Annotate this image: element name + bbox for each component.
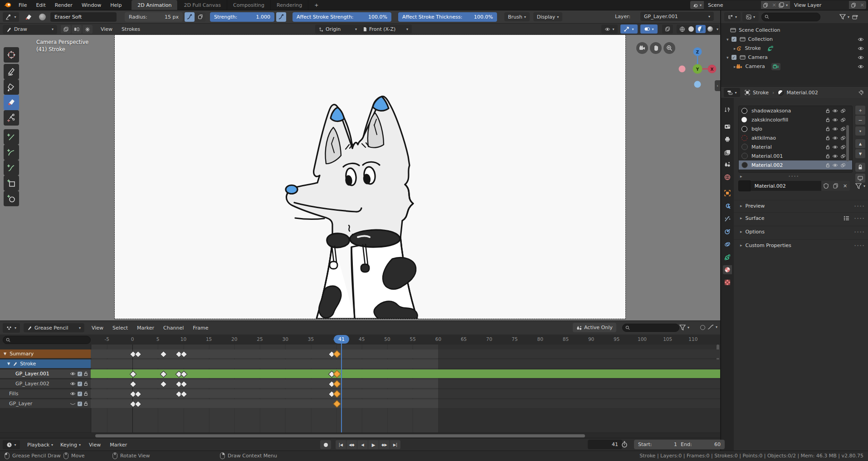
tab-modifiers[interactable] — [723, 202, 732, 211]
slot-visibility-icon[interactable] — [832, 136, 838, 140]
slot-visibility-icon[interactable] — [832, 145, 838, 149]
menu-strokes[interactable]: Strokes — [117, 26, 145, 32]
material-slot-shadowzaksona[interactable]: shadowzaksona — [739, 106, 852, 115]
section-surface[interactable]: ▸Surface ∙∙∙∙ — [734, 212, 868, 223]
slot-visibility-icon[interactable] — [832, 154, 838, 158]
material-thumbnail[interactable] — [738, 180, 751, 191]
copy-mode-icon[interactable] — [61, 25, 71, 34]
topbar-menu-render[interactable]: Render — [50, 2, 77, 8]
section-custom-properties[interactable]: ▸Custom Properties∙∙∙∙ — [734, 239, 868, 251]
auto-keying-stopwatch-icon[interactable] — [621, 441, 628, 448]
tab-physics[interactable] — [723, 240, 732, 249]
workspace-tab-2d-animation[interactable]: 2D Animation — [132, 0, 178, 10]
material-specials-dropdown[interactable]: ▾ — [855, 126, 865, 136]
material-slot-aktkilmao[interactable]: aktkilmao — [739, 133, 852, 142]
current-frame-field[interactable]: 41 — [588, 440, 622, 449]
shading-wireframe-icon[interactable] — [678, 26, 687, 32]
eye-icon[interactable] — [858, 46, 864, 51]
material-name-input[interactable]: Material.002 — [751, 181, 822, 191]
list-resize-grip[interactable]: ∙∙∙∙ — [788, 174, 799, 178]
layer-checkbox[interactable]: ✓ — [78, 402, 82, 406]
unlink-material-icon[interactable]: ✕ — [840, 181, 850, 191]
mode-dropdown[interactable]: Draw▾ — [3, 25, 57, 34]
nav-camera-button[interactable] — [636, 42, 648, 54]
strength-slider[interactable]: Strength:1.000 — [210, 12, 274, 22]
affect-stroke-strength-slider[interactable]: Affect Stroke Strength:100.0% — [293, 12, 391, 22]
channel-gp_layer[interactable]: GP_Layer✓ — [0, 399, 91, 408]
xray-toggle-icon[interactable] — [662, 24, 673, 34]
brush-name-field[interactable]: Eraser Soft — [50, 12, 117, 22]
layer-visibility-icon[interactable] — [70, 402, 76, 406]
erase-tool-button[interactable] — [4, 95, 19, 110]
layer-lock-icon[interactable] — [84, 381, 88, 386]
layer-checkbox[interactable]: ✓ — [78, 382, 82, 386]
lock-slot-button[interactable] — [855, 163, 865, 172]
cutter-tool-button[interactable] — [4, 110, 19, 126]
slot-visibility-icon[interactable] — [832, 109, 838, 113]
material-list-scrollbar[interactable] — [846, 125, 849, 161]
sidebar-collapse-arrow[interactable]: ‹ — [715, 80, 720, 91]
view-layer-icon[interactable]: ▾ — [776, 1, 790, 9]
tab-particles[interactable] — [723, 227, 732, 236]
record-button[interactable] — [320, 440, 331, 449]
add-box-tool-button[interactable] — [4, 175, 19, 191]
channel-gp_layer-001[interactable]: GP_Layer.001✓ — [0, 369, 91, 378]
layer-visibility-icon[interactable] — [70, 392, 76, 396]
surface-presets-icon[interactable] — [844, 216, 849, 221]
layer-visibility-icon[interactable] — [70, 372, 76, 376]
workspace-tab-2d-full-canvas[interactable]: 2D Full Canvas — [178, 0, 227, 10]
overlays-dropdown[interactable]: ▾ — [640, 24, 658, 34]
outliner-search-input[interactable] — [761, 13, 820, 21]
nav-pan-button[interactable] — [650, 42, 662, 54]
tab-material[interactable] — [723, 265, 732, 274]
tab-render[interactable] — [723, 122, 732, 131]
menu-view[interactable]: View — [96, 26, 117, 32]
slot-onion-icon[interactable] — [840, 145, 846, 150]
slot-onion-icon[interactable] — [840, 154, 846, 159]
draw-tool-button[interactable] — [4, 64, 19, 79]
viewport[interactable]: Camera Perspective (41) Stroke — [0, 35, 720, 320]
material-slot-material[interactable]: Material — [739, 142, 852, 151]
radius-options-icon[interactable] — [195, 12, 205, 22]
workspace-tab-compositing[interactable]: Compositing — [227, 0, 271, 10]
view-layer-remove-icon[interactable]: ✕ — [858, 1, 866, 9]
outliner-row-camera-collection[interactable]: ▾ ✓ Camera — [721, 53, 868, 62]
move-slot-down-button[interactable]: ▼ — [855, 149, 865, 158]
outliner-row-camera-object[interactable]: ▸ Camera — [721, 62, 868, 71]
playhead-frame-badge[interactable]: 41 — [334, 335, 349, 344]
tab-tool[interactable] — [723, 105, 732, 114]
material-slot-bqlo[interactable]: bqlo — [739, 124, 852, 133]
play-reverse-button[interactable]: ◀ — [357, 440, 368, 449]
channel-stroke[interactable]: ▼Stroke — [0, 359, 91, 368]
frame-start-field[interactable]: Start:1 — [634, 440, 681, 449]
slot-visibility-icon[interactable] — [832, 118, 838, 122]
origin-dropdown[interactable]: Origin▾ — [315, 24, 361, 34]
eye-icon[interactable] — [858, 55, 864, 60]
playback-marker-menu[interactable]: Marker — [105, 442, 132, 448]
layer-lock-icon[interactable] — [84, 391, 88, 396]
add-circle-tool-button[interactable] — [4, 191, 19, 206]
tab-world[interactable] — [723, 173, 732, 182]
slot-lock-icon[interactable] — [826, 117, 830, 122]
jump-to-start-button[interactable]: |◀ — [336, 440, 346, 449]
topbar-menu-file[interactable]: File — [14, 2, 31, 8]
slot-onion-icon[interactable] — [840, 126, 846, 131]
slot-visibility-icon[interactable] — [832, 163, 838, 167]
jump-to-end-button[interactable]: ▶| — [390, 440, 400, 449]
radius-slider[interactable]: Radius:15 px — [125, 12, 183, 22]
playback-menu[interactable]: Playback▾ — [24, 440, 57, 449]
copy-material-icon[interactable] — [831, 181, 840, 191]
slot-visibility-icon[interactable] — [832, 127, 838, 131]
topbar-menu-window[interactable]: Window — [77, 2, 106, 8]
eye-icon[interactable] — [858, 64, 864, 69]
playback-view-menu[interactable]: View — [84, 442, 105, 448]
shading-rendered-icon[interactable] — [706, 26, 715, 32]
tool-dropdown[interactable]: ▾ — [3, 12, 19, 22]
slot-onion-icon[interactable] — [840, 117, 846, 122]
layer-visibility-icon[interactable] — [70, 382, 76, 386]
prev-keyframe-button[interactable]: ◀◆ — [346, 440, 357, 449]
outliner-filter-mode-dropdown[interactable]: ▾ — [742, 12, 759, 21]
layer-lock-icon[interactable] — [84, 401, 88, 406]
slot-lock-icon[interactable] — [826, 163, 830, 168]
collection-checkbox[interactable]: ✓ — [731, 55, 736, 60]
